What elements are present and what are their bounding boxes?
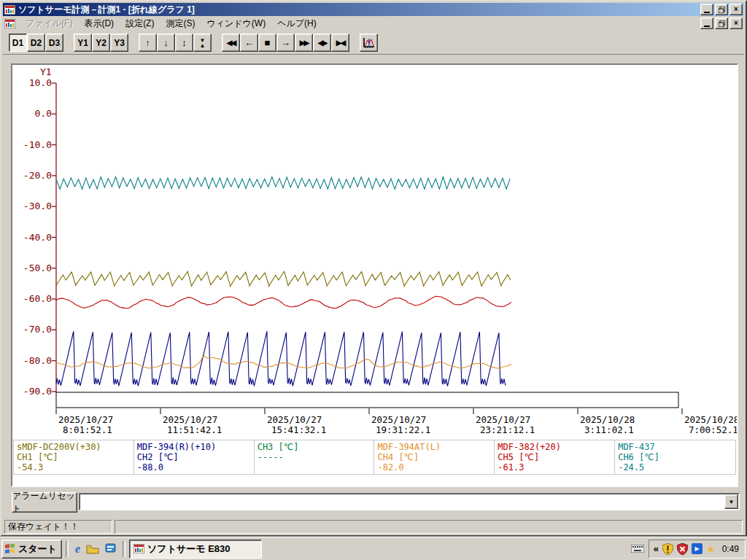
x-tick-time: 7:00:52.1 [689, 424, 737, 435]
security-alert-shield-icon[interactable] [677, 543, 688, 555]
chart-icon [363, 37, 375, 49]
line-chart: Y110.00.0-10.0-20.0-30.0-40.0-50.0-60.0-… [12, 65, 737, 438]
mdi-close-button[interactable]: × [729, 18, 743, 29]
expand-y-button[interactable]: ↕ [175, 34, 193, 52]
app-icon [133, 544, 144, 553]
menu-item-view[interactable]: 表示(D) [78, 16, 120, 31]
expand-x-button[interactable]: ◀▶ [313, 34, 331, 52]
channel-value: -88.0 [137, 462, 251, 472]
display-2-button[interactable]: D2 [27, 34, 45, 52]
security-warning-shield-icon[interactable] [662, 543, 673, 555]
combobox-dropdown-button[interactable]: ▼ [724, 494, 738, 509]
start-button[interactable]: スタート [1, 540, 62, 559]
internet-explorer-icon[interactable]: e [75, 542, 80, 556]
scroll-up-button[interactable]: ↑ [139, 34, 157, 52]
y-axis-3-button[interactable]: Y3 [110, 34, 128, 52]
arrow-right-icon: → [281, 38, 290, 47]
x-tick-time: 3:11:02.1 [584, 424, 634, 435]
y-tick-label: -90.0 [23, 386, 52, 397]
x-tick-date: 2025/10/27 [163, 414, 217, 425]
display-1-button[interactable]: D1 [9, 34, 27, 52]
y-axis-2-button[interactable]: Y2 [92, 34, 110, 52]
mdi-minimize-button[interactable] [700, 18, 713, 29]
y-axis-title: Y1 [40, 66, 52, 77]
menu-item-file[interactable]: ファイル(F) [20, 16, 78, 31]
series-ch2 [56, 331, 506, 386]
channel-unit: CH3 [℃] [258, 442, 371, 452]
fast-forward-icon: ▶▶ [300, 39, 308, 47]
updates-star-icon[interactable]: ★ [706, 544, 716, 554]
tray-collapse-chevron[interactable]: « [654, 544, 659, 553]
menu-item-help[interactable]: ヘルプ(H) [271, 16, 322, 31]
step-forward-button[interactable]: → [276, 34, 295, 52]
statusbar: 保存ウェイト！！ [3, 518, 744, 535]
x-tick-date: 2025/10/27 [267, 414, 322, 425]
y-axis-1-button[interactable]: Y1 [74, 34, 92, 52]
x-tick-date: 2025/10/27 [476, 414, 530, 425]
show-desktop-icon[interactable] [105, 543, 116, 554]
keyboard-layout-icon[interactable] [631, 545, 644, 553]
close-button[interactable]: × [729, 4, 743, 15]
x-tick-time: 23:21:12.1 [480, 424, 535, 435]
minimize-button[interactable] [700, 4, 713, 15]
series-ch1 [56, 271, 511, 286]
toolbar-group: ◀◀←■→▶▶◀▶▶◀ [222, 34, 349, 52]
status-message: 保存ウェイト！！ [4, 520, 112, 534]
folder-icon[interactable] [86, 544, 99, 554]
toolbar-group: D1D2D3 [9, 34, 63, 52]
channel-value: ----- [258, 452, 371, 462]
channel-name: MDF-394(R)(+10) [137, 442, 251, 452]
scroll-down-button[interactable]: ↓ [157, 34, 175, 52]
start-label: スタート [18, 542, 57, 556]
restore-button[interactable] [715, 4, 728, 15]
channel-value: -61.3 [498, 462, 611, 472]
graph-settings-button[interactable] [360, 34, 378, 52]
toolbar-group: ↑↓↕▼▲ [139, 34, 212, 52]
y-tick-label: -50.0 [23, 262, 52, 273]
triangles-in-icon: ▶◀ [336, 39, 344, 47]
mdi-restore-button[interactable] [715, 18, 728, 29]
channel-unit: CH2 [℃] [137, 452, 251, 462]
fast-forward-button[interactable]: ▶▶ [295, 34, 313, 52]
x-tick-time: 8:01:52.1 [63, 424, 112, 435]
desktop: ソフトサーモ計測－計測1 - [折れ線グラフ 1] × ファイル(F)表示(D)… [0, 0, 747, 560]
rewind-icon: ◀◀ [227, 39, 235, 47]
channel-unit: CH4 [℃] [377, 452, 491, 462]
alarm-combobox[interactable]: ▼ [79, 493, 740, 510]
system-tray: « ▶ ★ 0:49 [649, 540, 746, 559]
menu-item-window[interactable]: ウィンドウ(W) [201, 16, 271, 31]
alarm-reset-button[interactable]: アラームリセット [12, 492, 77, 513]
combobox-value[interactable] [80, 494, 724, 510]
windows-logo-icon [4, 544, 16, 554]
compress-x-button[interactable]: ▶◀ [331, 34, 349, 52]
stop-button[interactable]: ■ [258, 34, 276, 52]
channel-legend: sMDF-DC200V(+30)CH1 [℃]-54.3MDF-394(R)(+… [13, 440, 736, 475]
taskbar-app-button[interactable]: ソフトサーモ E830 [129, 540, 262, 559]
menu-item-measure[interactable]: 測定(S) [160, 16, 201, 31]
restore-icon [719, 7, 725, 13]
channel-value: -54.3 [17, 462, 131, 472]
step-back-button[interactable]: ← [240, 34, 258, 52]
mdi-child-icon [4, 19, 15, 28]
channel-name: MDF-382(+20) [498, 442, 611, 452]
arrows-up-down-icon: ↕ [182, 38, 187, 47]
channel-name: MDF-437 [618, 442, 732, 452]
toolbar: D1D2D3Y1Y2Y3↑↓↕▼▲◀◀←■→▶▶◀▶▶◀ [3, 31, 744, 54]
taskbar-app-label: ソフトサーモ E830 [147, 542, 231, 556]
quick-launch: e [72, 542, 119, 556]
arrow-up-icon: ↑ [145, 38, 150, 47]
arrow-down-icon: ↓ [163, 38, 169, 47]
taskbar-divider [66, 541, 69, 557]
window-title: ソフトサーモ計測－計測1 - [折れ線グラフ 1] [18, 4, 699, 16]
compress-y-button[interactable]: ▼▲ [193, 34, 212, 52]
tray-wrap: « ▶ ★ 0:49 [627, 540, 746, 559]
menu-items: ファイル(F)表示(D)設定(Z)測定(S)ウィンドウ(W)ヘルプ(H) [20, 16, 322, 31]
x-tick-time: 15:41:32.1 [271, 424, 326, 435]
rewind-button[interactable]: ◀◀ [222, 34, 240, 52]
y-tick-label: -60.0 [23, 293, 52, 304]
menu-item-config[interactable]: 設定(Z) [120, 16, 160, 31]
y-tick-label: 10.0 [29, 77, 52, 88]
media-tray-icon[interactable]: ▶ [692, 543, 703, 554]
legend-cell-ch4: MDF-394AT(L)CH4 [℃]-82.0 [374, 440, 495, 474]
display-3-button[interactable]: D3 [45, 34, 63, 52]
